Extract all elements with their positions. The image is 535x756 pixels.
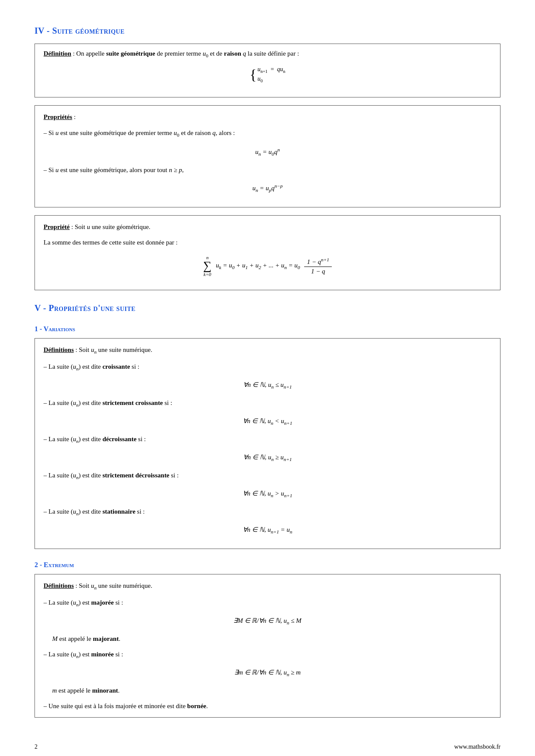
sum-prop-intro: Propriété : Soit u une suite géométrique…: [44, 222, 491, 233]
var-item-strictement-decroissante: – La suite (un) est dite strictement déc…: [44, 470, 491, 499]
sum-formula: n ∑ k=0 uk = u0 + u1 + u2 + ... + un = u…: [44, 255, 491, 277]
section-4: IV - Suite géométrique Définition : On a…: [35, 26, 500, 290]
extremum-box: Définitions : Soit un une suite numériqu…: [35, 574, 500, 718]
ext-item-minoree: – La suite (un) est minorée si : ∃m ∈ ℝ/…: [44, 649, 491, 696]
prop-item-2: – Si u est une suite géométrique, alors …: [44, 165, 491, 194]
var-item-croissante: – La suite (un) est dite croissante si :…: [44, 361, 491, 391]
propriete-label: Propriété: [44, 223, 70, 230]
sum-prop-text: La somme des termes de cette suite est d…: [44, 237, 491, 248]
section-5-title: V - Propriétés d'une suite: [35, 303, 500, 313]
properties-label-line: Propriétés :: [44, 112, 491, 123]
var-item-strictement-croissante: – La suite (un) est dite strictement cro…: [44, 398, 491, 427]
ext-item-bornee: – Une suite qui est à la fois majorée et…: [44, 701, 491, 711]
sum-property-box: Propriété : Soit u une suite géométrique…: [35, 215, 500, 290]
definition-box-geo: Définition : On appelle suite géométriqu…: [35, 44, 500, 97]
variations-box: Définitions : Soit un une suite numériqu…: [35, 338, 500, 549]
proprietes-label: Propriétés: [44, 113, 72, 120]
subsection-2-title: 2 - Extremum: [35, 561, 500, 569]
definitions-label-2: Définitions: [44, 582, 74, 589]
prop-item-1: – Si u est une suite géométrique de prem…: [44, 128, 491, 158]
ext-item-majoree: – La suite (un) est majorée si : ∃M ∈ ℝ/…: [44, 597, 491, 644]
website: www.mathsbook.fr: [454, 743, 500, 750]
extremum-def-label: Définitions : Soit un une suite numériqu…: [44, 580, 491, 592]
properties-box-geo: Propriétés : – Si u est une suite géomét…: [35, 105, 500, 208]
var-item-stationnaire: – La suite (un) est dite stationnaire si…: [44, 506, 491, 536]
definition-text: Définition : On appelle suite géométriqu…: [44, 50, 491, 58]
formula-system: un+1 = qun u0: [44, 65, 491, 84]
variations-def-label: Définitions : Soit un une suite numériqu…: [44, 345, 491, 356]
section-4-title: IV - Suite géométrique: [35, 26, 500, 36]
section-5: V - Propriétés d'une suite 1 - Variation…: [35, 303, 500, 718]
definitions-label-1: Définitions: [44, 346, 74, 353]
subsection-1-title: 1 - Variations: [35, 325, 500, 333]
page-footer: 2 www.mathsbook.fr: [35, 743, 500, 750]
page-number: 2: [35, 743, 38, 750]
definition-label: Définition: [44, 50, 71, 57]
var-item-decroissante: – La suite (un) est dite décroissante si…: [44, 434, 491, 463]
